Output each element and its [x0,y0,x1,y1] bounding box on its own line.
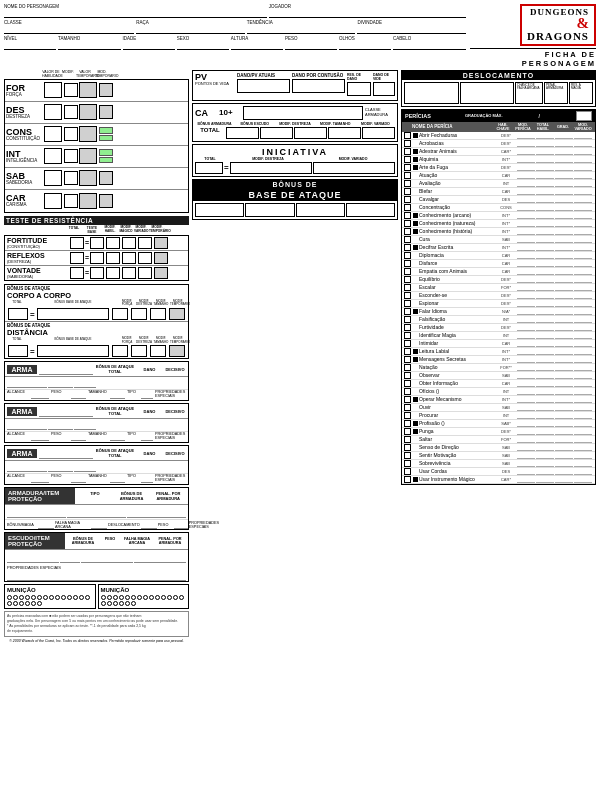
skill-grad-22[interactable] [555,308,573,315]
ranged-for[interactable] [112,345,128,357]
skill-total-7[interactable] [536,188,554,195]
skill-check-28[interactable] [404,356,411,363]
skill-var-27[interactable] [574,348,592,355]
weapon-1-tam[interactable] [110,390,125,399]
skill-check-14[interactable] [404,244,411,251]
weapon-1-peso[interactable] [71,390,86,399]
skill-grad-0[interactable] [555,132,573,139]
ranged-tam[interactable] [150,345,166,357]
skill-mod-23[interactable] [517,316,535,323]
pv-naoletal-field[interactable] [347,82,371,96]
ranged-total[interactable] [8,345,28,357]
skill-total-25[interactable] [536,332,554,339]
skill-mod-24[interactable] [517,324,535,331]
skill-check-16[interactable] [404,260,411,267]
skill-var-1[interactable] [574,140,592,147]
skill-total-38[interactable] [536,436,554,443]
skill-grad-10[interactable] [555,212,573,219]
skill-var-10[interactable] [574,212,592,219]
save-ref-hab[interactable] [106,252,120,264]
pv-dano-de-field[interactable] [373,82,395,96]
skill-var-29[interactable] [574,364,592,371]
melee-des[interactable] [131,308,147,320]
shield-falha-val[interactable] [81,551,133,563]
base-atk-box2[interactable] [245,203,294,217]
skill-var-42[interactable] [574,468,592,475]
ranged-base[interactable] [37,345,109,357]
skill-total-26[interactable] [536,340,554,347]
skill-check-25[interactable] [404,332,411,339]
skill-check-19[interactable] [404,284,411,291]
skill-grad-19[interactable] [555,284,573,291]
skill-grad-7[interactable] [555,188,573,195]
peso-field[interactable] [285,41,337,50]
move-speed-2[interactable] [460,82,515,104]
divindade-field[interactable] [357,25,466,34]
ca-var-mod[interactable] [362,127,395,139]
skill-total-39[interactable] [536,444,554,451]
init-var-box[interactable] [313,162,395,174]
skill-var-35[interactable] [574,412,592,419]
skill-grad-30[interactable] [555,372,573,379]
skill-grad-32[interactable] [555,388,573,395]
weapon-2-tam[interactable] [110,432,125,441]
skill-mod-3[interactable] [517,156,535,163]
skill-mod-37[interactable] [517,428,535,435]
weapon-2-dano[interactable] [48,420,73,430]
skill-mod-4[interactable] [517,164,535,171]
skill-total-8[interactable] [536,196,554,203]
save-ref-var[interactable] [138,252,152,264]
stat-valor-cons[interactable] [44,126,62,142]
skill-mod-16[interactable] [517,260,535,267]
stat-modtemp-des[interactable] [99,105,113,119]
weapon-3-dec[interactable] [74,462,96,472]
skill-mod-27[interactable] [517,348,535,355]
skill-mod-38[interactable] [517,436,535,443]
skill-grad-23[interactable] [555,316,573,323]
skill-total-15[interactable] [536,252,554,259]
stat-modtemp-car[interactable] [99,194,113,208]
skill-grad-14[interactable] [555,244,573,251]
skill-grad-33[interactable] [555,396,573,403]
skill-var-21[interactable] [574,300,592,307]
skill-var-9[interactable] [574,204,592,211]
skill-var-38[interactable] [574,436,592,443]
weapon-2-alcance[interactable] [31,432,49,441]
jogador-field[interactable] [269,9,466,18]
skill-grad-41[interactable] [555,460,573,467]
skill-var-33[interactable] [574,396,592,403]
skill-mod-40[interactable] [517,452,535,459]
skill-check-30[interactable] [404,372,411,379]
save-vol-total[interactable] [70,267,84,279]
skill-grad-9[interactable] [555,204,573,211]
skill-check-5[interactable] [404,172,411,179]
weapon-1-bonus[interactable] [7,378,47,388]
stat-valor-car[interactable] [44,193,62,209]
skill-var-0[interactable] [574,132,592,139]
skill-var-28[interactable] [574,356,592,363]
skill-grad-4[interactable] [555,164,573,171]
skill-total-9[interactable] [536,204,554,211]
skill-var-39[interactable] [574,444,592,451]
skill-total-16[interactable] [536,260,554,267]
save-fort-hab[interactable] [106,237,120,249]
skill-total-11[interactable] [536,220,554,227]
nome-field[interactable] [4,9,267,18]
pv-dano-field[interactable] [237,79,290,93]
skill-grad-11[interactable] [555,220,573,227]
stat-modif-sab[interactable] [64,171,78,185]
save-vol-base[interactable] [90,267,104,279]
skill-total-2[interactable] [536,148,554,155]
skill-check-22[interactable] [404,308,411,315]
stat-temp-sab[interactable] [79,170,97,186]
pv-contusao-field[interactable] [292,79,345,93]
tamanho-field[interactable] [58,41,121,50]
weapon-3-alcance[interactable] [31,474,49,483]
skill-mod-28[interactable] [517,356,535,363]
skill-check-20[interactable] [404,292,411,299]
skill-total-30[interactable] [536,372,554,379]
skill-grad-26[interactable] [555,340,573,347]
skill-total-32[interactable] [536,388,554,395]
skill-mod-33[interactable] [517,396,535,403]
skill-mod-18[interactable] [517,276,535,283]
